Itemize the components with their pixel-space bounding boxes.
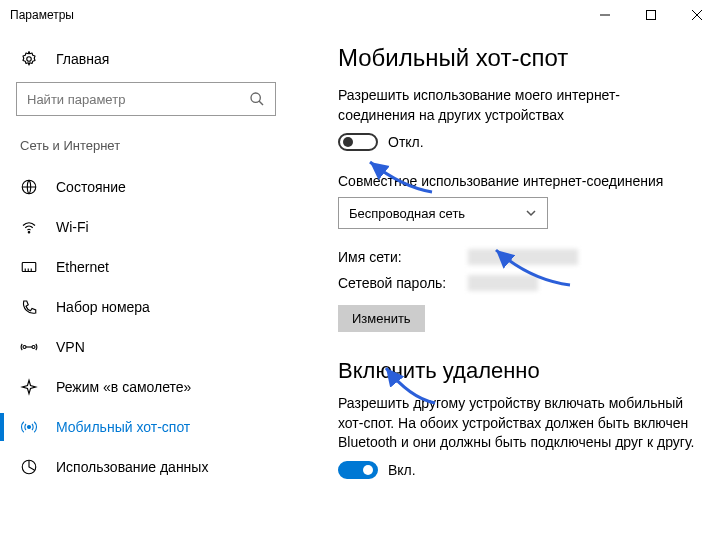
svg-rect-1	[647, 11, 656, 20]
remote-toggle[interactable]	[338, 461, 378, 479]
nav-label: VPN	[56, 339, 85, 355]
share-description: Разрешить использование моего интернет-с…	[338, 86, 696, 125]
svg-point-16	[28, 426, 31, 429]
globe-icon	[20, 178, 38, 196]
svg-point-14	[32, 346, 35, 349]
share-from-label: Совместное использование интернет-соедин…	[338, 173, 696, 189]
remote-description: Разрешить другому устройству включать мо…	[338, 394, 696, 453]
svg-point-5	[251, 93, 260, 102]
svg-line-6	[259, 101, 263, 105]
svg-point-4	[27, 57, 32, 62]
page-title: Мобильный хот-спот	[338, 44, 696, 72]
vpn-icon	[20, 338, 38, 356]
nav-label: Набор номера	[56, 299, 150, 315]
nav-airplane[interactable]: Режим «в самолете»	[16, 367, 310, 407]
search-input[interactable]	[16, 82, 276, 116]
phone-icon	[20, 298, 38, 316]
airplane-icon	[20, 378, 38, 396]
nav-label: Режим «в самолете»	[56, 379, 191, 395]
svg-rect-9	[22, 263, 36, 272]
nav-label: Wi-Fi	[56, 219, 89, 235]
edit-button[interactable]: Изменить	[338, 305, 425, 332]
ethernet-icon	[20, 258, 38, 276]
share-toggle-label: Откл.	[388, 134, 424, 150]
data-usage-icon	[20, 458, 38, 476]
nav-wifi[interactable]: Wi-Fi	[16, 207, 310, 247]
titlebar: Параметры	[0, 0, 720, 30]
sidebar: Главная Сеть и Интернет Состояние Wi-Fi …	[0, 30, 310, 547]
close-button[interactable]	[674, 0, 720, 30]
nav-datausage[interactable]: Использование данных	[16, 447, 310, 487]
dropdown-value: Беспроводная сеть	[349, 206, 525, 221]
search-field[interactable]	[27, 92, 249, 107]
connection-dropdown[interactable]: Беспроводная сеть	[338, 197, 548, 229]
gear-icon	[20, 50, 38, 68]
nav-label: Мобильный хот-спот	[56, 419, 190, 435]
nav-label: Использование данных	[56, 459, 208, 475]
nav-status[interactable]: Состояние	[16, 167, 310, 207]
hotspot-icon	[20, 418, 38, 436]
maximize-button[interactable]	[628, 0, 674, 30]
share-toggle[interactable]	[338, 133, 378, 151]
nav-label: Ethernet	[56, 259, 109, 275]
search-icon	[249, 91, 265, 107]
main-panel: Мобильный хот-спот Разрешить использован…	[310, 30, 720, 547]
network-pass-label: Сетевой пароль:	[338, 275, 468, 291]
window-title: Параметры	[10, 8, 582, 22]
network-name-label: Имя сети:	[338, 249, 468, 265]
wifi-icon	[20, 218, 38, 236]
chevron-down-icon	[525, 207, 537, 219]
window-controls	[582, 0, 720, 30]
network-pass-value	[468, 275, 538, 291]
svg-point-8	[28, 232, 30, 234]
nav-ethernet[interactable]: Ethernet	[16, 247, 310, 287]
home-link[interactable]: Главная	[16, 44, 310, 82]
nav-label: Состояние	[56, 179, 126, 195]
category-label: Сеть и Интернет	[16, 138, 310, 167]
network-name-value	[468, 249, 578, 265]
remote-title: Включить удаленно	[338, 358, 696, 384]
nav-hotspot[interactable]: Мобильный хот-спот	[16, 407, 310, 447]
nav-vpn[interactable]: VPN	[16, 327, 310, 367]
nav-dialup[interactable]: Набор номера	[16, 287, 310, 327]
remote-toggle-label: Вкл.	[388, 462, 416, 478]
home-label: Главная	[56, 51, 109, 67]
svg-point-13	[23, 346, 26, 349]
minimize-button[interactable]	[582, 0, 628, 30]
